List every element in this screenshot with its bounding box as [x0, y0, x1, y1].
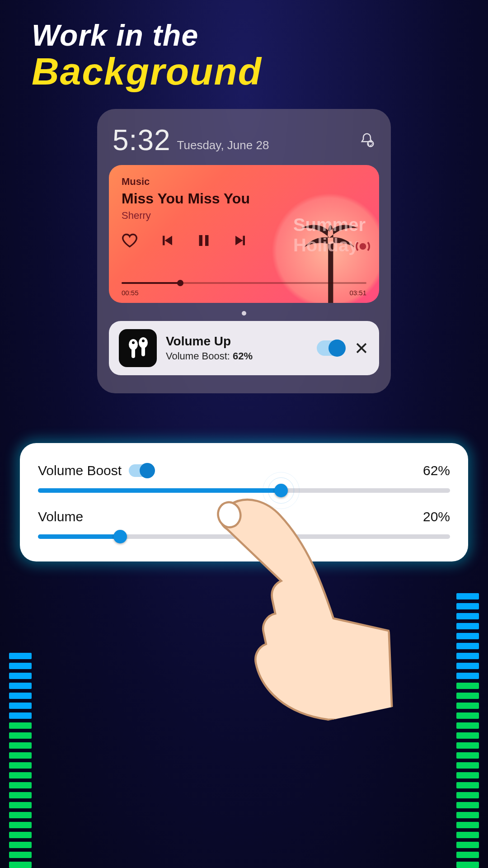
svg-point-1: [361, 244, 366, 249]
clock-time: 5:32: [113, 123, 171, 157]
volume-up-notification[interactable]: Volume Up Volume Boost: 62%: [109, 321, 379, 375]
notification-settings-icon[interactable]: [358, 132, 375, 151]
svg-point-6: [132, 341, 135, 344]
svg-point-9: [142, 340, 145, 342]
volume-up-title: Volume Up: [166, 334, 253, 349]
cast-audio-icon[interactable]: [353, 236, 373, 256]
svg-rect-2: [199, 235, 203, 246]
track-title: Miss You Miss You: [122, 190, 366, 207]
previous-icon[interactable]: [159, 232, 175, 249]
music-progress-thumb[interactable]: [177, 280, 183, 286]
volume-boost-slider[interactable]: [38, 488, 450, 493]
next-icon[interactable]: [233, 232, 249, 249]
volume-up-subtitle-value: 62%: [233, 350, 253, 362]
equalizer-left: [9, 653, 32, 868]
clock-date: Tuesday, June 28: [177, 138, 269, 152]
status-clock-row: 5:32 Tuesday, June 28: [113, 123, 375, 157]
headline: Work in the Background: [0, 0, 488, 98]
volume-boost-value: 62%: [423, 463, 450, 478]
music-notification[interactable]: Summer Holiday Music Miss You Miss You S…: [109, 165, 379, 303]
music-progress-track[interactable]: [122, 282, 366, 284]
music-elapsed: 00:55: [122, 289, 139, 297]
volume-thumb[interactable]: [113, 530, 127, 543]
volume-up-text: Volume Up Volume Boost: 62%: [166, 334, 253, 362]
headline-line2: Background: [32, 50, 456, 94]
equalizer-right: [456, 593, 479, 868]
close-icon[interactable]: [354, 340, 369, 356]
album-overlay-line1: Summer: [293, 215, 366, 235]
svg-rect-3: [205, 235, 209, 246]
volume-label: Volume: [38, 509, 83, 524]
volume-fill: [38, 534, 120, 539]
headline-line1: Work in the: [32, 18, 456, 52]
volume-boost-label: Volume Boost: [38, 463, 122, 478]
volume-up-toggle[interactable]: [317, 340, 345, 356]
svg-rect-8: [141, 345, 145, 356]
volume-up-subtitle-label: Volume Boost:: [166, 350, 230, 362]
earbuds-icon: [119, 329, 157, 367]
svg-rect-5: [131, 347, 135, 358]
volume-boost-toggle[interactable]: [129, 464, 154, 477]
pager-dot: [242, 311, 246, 316]
music-app-label: Music: [122, 176, 366, 188]
music-times: 00:55 03:51: [122, 289, 366, 297]
music-total: 03:51: [349, 289, 366, 297]
volume-boost-fill: [38, 488, 281, 493]
like-icon[interactable]: [122, 232, 138, 249]
pause-icon[interactable]: [196, 232, 212, 249]
volume-value: 20%: [423, 509, 450, 524]
notification-shade: 5:32 Tuesday, June 28 Summer Holiday Mus…: [97, 109, 391, 393]
music-progress-fill: [122, 282, 180, 284]
